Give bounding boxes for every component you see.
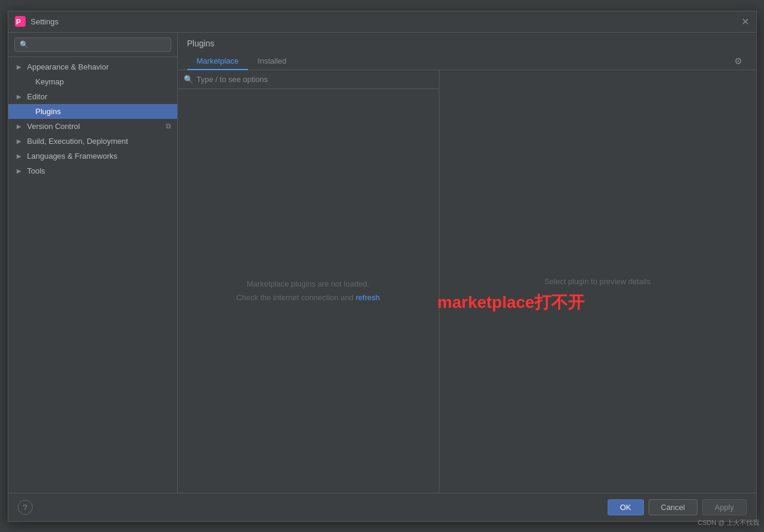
refresh-link[interactable]: refresh (356, 293, 379, 302)
error-line1: Marketplace plugins are not loaded. (247, 277, 369, 291)
title-bar: P Settings ✕ (8, 11, 756, 33)
plugins-header: Plugins Marketplace Installed ⚙ (178, 33, 756, 70)
app-icon: P (14, 15, 26, 27)
sidebar-search-container (8, 33, 177, 57)
detail-placeholder-text: Select plugin to preview details (545, 277, 651, 286)
sidebar-item-label: Tools (27, 166, 171, 175)
tab-marketplace[interactable]: Marketplace (187, 53, 249, 70)
sidebar: ▶ Appearance & Behavior Keymap ▶ Editor … (8, 33, 178, 493)
plugin-search-input[interactable] (197, 75, 433, 84)
sidebar-item-label: Languages & Frameworks (27, 152, 171, 160)
arrow-icon: ▶ (17, 153, 25, 159)
sidebar-item-label: Version Control (27, 122, 166, 131)
sidebar-item-version-control[interactable]: ▶ Version Control ⧉ (8, 119, 177, 134)
sidebar-item-editor[interactable]: ▶ Editor (8, 89, 177, 104)
search-icon: 🔍 (184, 75, 193, 84)
tabs-row: Marketplace Installed ⚙ (187, 53, 747, 70)
sidebar-item-label: Editor (27, 92, 171, 101)
error-line2: Check the internet connection and refres… (236, 291, 379, 304)
arrow-icon: ▶ (17, 93, 25, 100)
close-button[interactable]: ✕ (741, 17, 750, 26)
sidebar-item-label: Plugins (36, 107, 171, 116)
arrow-icon: ▶ (17, 64, 25, 70)
plugins-title: Plugins (187, 39, 747, 48)
right-pane: Plugins Marketplace Installed ⚙ 🔍 Market… (178, 33, 756, 493)
apply-button[interactable]: Apply (702, 499, 747, 515)
settings-dialog: P Settings ✕ ▶ Appearance & Behavior Key… (8, 11, 757, 522)
ok-button[interactable]: OK (608, 499, 644, 515)
plugin-detail-pane: Select plugin to preview details (439, 70, 756, 493)
arrow-icon: ▶ (17, 168, 25, 174)
bottom-bar: ? OK Cancel Apply (8, 493, 756, 521)
help-button[interactable]: ? (18, 500, 33, 515)
plugin-list-content: Marketplace plugins are not loaded. Chec… (178, 89, 439, 493)
sidebar-items-list: ▶ Appearance & Behavior Keymap ▶ Editor … (8, 57, 177, 493)
plugin-list-pane: 🔍 Marketplace plugins are not loaded. Ch… (178, 70, 439, 493)
error-line2-prefix: Check the internet connection and (236, 293, 356, 302)
sidebar-search-input[interactable] (14, 37, 171, 52)
main-content: ▶ Appearance & Behavior Keymap ▶ Editor … (8, 33, 756, 493)
svg-text:P: P (16, 18, 21, 26)
sidebar-item-label: Keymap (36, 77, 171, 86)
sidebar-item-appearance[interactable]: ▶ Appearance & Behavior (8, 59, 177, 74)
sidebar-item-plugins[interactable]: Plugins (8, 104, 177, 119)
plugin-panel: 🔍 Marketplace plugins are not loaded. Ch… (178, 70, 756, 493)
gear-icon[interactable]: ⚙ (730, 53, 747, 69)
sidebar-item-languages[interactable]: ▶ Languages & Frameworks (8, 149, 177, 163)
sidebar-item-keymap[interactable]: Keymap (8, 74, 177, 89)
plugin-search-bar: 🔍 (178, 70, 439, 89)
arrow-icon: ▶ (17, 123, 25, 130)
arrow-icon: ▶ (17, 138, 25, 144)
sidebar-item-tools[interactable]: ▶ Tools (8, 163, 177, 178)
window-title: Settings (31, 17, 741, 26)
sidebar-item-label: Build, Execution, Deployment (27, 137, 171, 146)
tab-installed[interactable]: Installed (248, 53, 295, 70)
sidebar-item-label: Appearance & Behavior (27, 62, 171, 71)
sidebar-item-build[interactable]: ▶ Build, Execution, Deployment (8, 134, 177, 149)
copy-icon: ⧉ (166, 122, 171, 130)
cancel-button[interactable]: Cancel (649, 499, 697, 515)
